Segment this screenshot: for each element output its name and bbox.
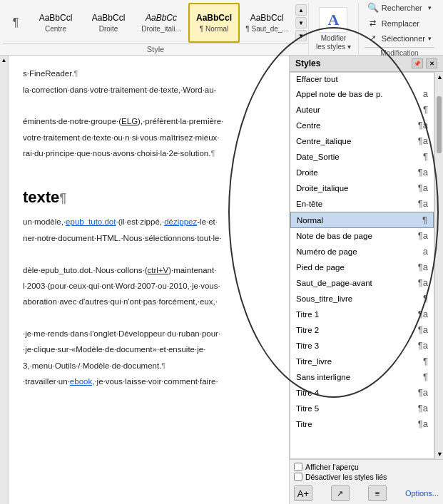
styles-list-item-titre_livre[interactable]: Titre_livre ¶ bbox=[290, 354, 434, 369]
document-content[interactable]: s·FineReader.¶ la·correction·dans·votre·… bbox=[9, 56, 290, 504]
styles-list-item-sous_titre[interactable]: Sous_titre_livre ¶ bbox=[290, 291, 434, 307]
styles-list-item-titre2[interactable]: Titre 2 ¶a bbox=[290, 322, 434, 338]
ribbon: ¶ AaBbCcl Centre AaBbCcl Droite AaBbCc D… bbox=[0, 0, 443, 56]
styles-list-item-auteur[interactable]: Auteur ¶ bbox=[290, 102, 434, 118]
style-marker-en_tete: ¶a bbox=[418, 198, 428, 209]
style-name-titre1: Titre 1 bbox=[296, 310, 415, 319]
styles-list-item-appel[interactable]: Appel note de bas de p. a bbox=[290, 86, 434, 102]
doc-line-3: éminents·de·notre·groupe·(ELG),·préfèren… bbox=[23, 115, 275, 128]
doc-line-5: rai·du·principe·que·nous·avons·choisi·la… bbox=[23, 147, 275, 160]
style-item-droite[interactable]: AaBbCcl Droite bbox=[83, 3, 134, 43]
scroll-down-arrow[interactable]: ▼ bbox=[295, 17, 307, 29]
style-name-note_bas: Note de bas de page bbox=[296, 232, 415, 240]
style-marker-titre5: ¶a bbox=[418, 403, 428, 413]
new-style-icon: A+ bbox=[297, 488, 309, 499]
style-name-centre: Centre bbox=[296, 121, 415, 130]
style-name-sous_titre: Sous_titre_livre bbox=[296, 294, 420, 303]
style-item-normal[interactable]: AaBbCcl ¶ Normal bbox=[188, 3, 240, 43]
styles-list-item-note_bas[interactable]: Note de bas de page ¶a bbox=[290, 228, 434, 244]
doc-line-14: aboration·avec·d'autres·qui·n'ont·pas·fo… bbox=[23, 295, 275, 308]
ribbon-styles-row: ¶ AaBbCcl Centre AaBbCcl Droite AaBbCc D… bbox=[3, 3, 308, 43]
style-label-droite: Droite bbox=[99, 25, 118, 33]
style-name-en_tete: En-tête bbox=[296, 200, 415, 208]
styles-list-item-titre5[interactable]: Titre 5 ¶a bbox=[290, 401, 434, 416]
style-marker-titre2: ¶a bbox=[418, 324, 428, 335]
style-label-droite-italique: Droite_itali... bbox=[141, 25, 181, 33]
desactiver-label: Désactiver les styles liés bbox=[305, 473, 387, 481]
remplacer-icon: ⇄ bbox=[367, 19, 379, 28]
styles-panel-scrollbar[interactable]: ▲ ▼ bbox=[434, 72, 443, 459]
style-label-centre: Centre bbox=[45, 25, 66, 33]
styles-list-item-effacer[interactable]: Effacer tout bbox=[290, 73, 434, 86]
style-preview-droite: AaBbCcl bbox=[85, 13, 132, 23]
style-name-titre5: Titre 5 bbox=[296, 404, 415, 413]
styles-list-item-sans_interl[interactable]: Sans interligne ¶ bbox=[290, 369, 434, 385]
doc-line-1: la·correction·dans·votre·traitement·de·t… bbox=[23, 83, 275, 96]
style-item-saut[interactable]: AaBbCcl ¶ Saut_de_... bbox=[241, 3, 292, 43]
ribbon-scroll-buttons: ▲ ▼ ▼ bbox=[294, 4, 308, 41]
styles-list-item-date_sortie[interactable]: Date_Sortie ¶ bbox=[290, 149, 434, 165]
scroll-up-btn[interactable]: ▲ bbox=[1, 56, 7, 65]
styles-list-item-centre[interactable]: Centre ¶a bbox=[290, 118, 434, 133]
scroll-expand-arrow[interactable]: ▼ bbox=[295, 30, 307, 41]
options-link[interactable]: Options... bbox=[405, 489, 439, 498]
styles-panel-controls: 📌 ✕ bbox=[412, 58, 437, 68]
inspector-button[interactable]: ↗ bbox=[331, 485, 350, 501]
footer-buttons: A+ ↗ ≡ Options... bbox=[294, 485, 439, 501]
doc-left-scroll[interactable]: ▲ bbox=[0, 56, 9, 504]
style-marker-saut_page: ¶a bbox=[418, 277, 428, 288]
style-marker-titre4: ¶a bbox=[418, 387, 428, 398]
styles-list-item-droite[interactable]: Droite ¶a bbox=[290, 165, 434, 180]
ribbon-modifier-section[interactable]: A Modifierles styles ▾ bbox=[308, 3, 358, 55]
styles-list-item-titre3[interactable]: Titre 3 ¶a bbox=[290, 338, 434, 354]
styles-panel-footer: Afficher l'aperçu Désactiver les styles … bbox=[290, 459, 443, 504]
style-name-date_sortie: Date_Sortie bbox=[296, 153, 420, 161]
styles-list-item-en_tete[interactable]: En-tête ¶a bbox=[290, 196, 434, 212]
styles-panel-title: Styles bbox=[295, 58, 320, 68]
doc-line-17: ·je·clique·sur·«Modèle·de·document»·et·e… bbox=[23, 343, 275, 356]
rechercher-button[interactable]: 🔍 Rechercher ▾ bbox=[365, 1, 434, 14]
scroll-top-btn[interactable]: ▲ bbox=[435, 72, 443, 82]
styles-list-item-pied_page[interactable]: Pied de page ¶a bbox=[290, 259, 434, 275]
styles-list-item-titre4[interactable]: Titre 4 ¶a bbox=[290, 385, 434, 401]
doc-line-16: ·je·me·rends·dans·l'onglet·Développeur·d… bbox=[23, 327, 275, 340]
scroll-bottom-btn[interactable]: ▼ bbox=[435, 449, 443, 459]
style-preview-normal: AaBbCcl bbox=[191, 13, 237, 23]
new-style-button[interactable]: A+ bbox=[294, 485, 312, 501]
style-name-effacer: Effacer tout bbox=[296, 75, 425, 83]
apercu-label: Afficher l'aperçu bbox=[305, 463, 359, 471]
doc-line-6 bbox=[23, 163, 275, 176]
styles-list-item-titre[interactable]: Titre ¶a bbox=[290, 416, 434, 432]
styles-list-item-titre1[interactable]: Titre 1 ¶a bbox=[290, 307, 434, 322]
selectionner-arrow: ▾ bbox=[428, 35, 432, 42]
apercu-checkbox[interactable] bbox=[294, 463, 302, 471]
apercu-checkbox-row[interactable]: Afficher l'aperçu bbox=[294, 463, 439, 471]
style-preview-droite-italique: AaBbCc bbox=[138, 13, 185, 23]
desactiver-checkbox-row[interactable]: Désactiver les styles liés bbox=[294, 473, 439, 481]
styles-list-item-droite_italique[interactable]: Droite_italique ¶a bbox=[290, 180, 434, 196]
styles-list-item-normal[interactable]: Normal ¶ bbox=[290, 212, 434, 228]
style-item-centre[interactable]: AaBbCcl Centre bbox=[30, 3, 81, 43]
styles-list-item-centre_italique[interactable]: Centre_italique ¶a bbox=[290, 133, 434, 149]
remplacer-button[interactable]: ⇄ Remplacer bbox=[365, 17, 434, 29]
styles-list-item-saut_page[interactable]: Saut_de_page-avant ¶a bbox=[290, 275, 434, 291]
style-marker-auteur: ¶ bbox=[423, 104, 428, 115]
ribbon-styles-section: ¶ AaBbCcl Centre AaBbCcl Droite AaBbCc D… bbox=[3, 3, 308, 55]
panel-close-button[interactable]: ✕ bbox=[426, 58, 437, 68]
paragraph-icon: ¶ bbox=[13, 16, 19, 29]
styles-list-item-numero_page[interactable]: Numéro de page a bbox=[290, 244, 434, 259]
panel-pin-button[interactable]: 📌 bbox=[412, 58, 423, 68]
doc-heading: texte¶ bbox=[23, 185, 275, 210]
styles-list: Effacer tout Appel note de bas de p. a A… bbox=[290, 72, 434, 459]
desactiver-checkbox[interactable] bbox=[294, 473, 302, 481]
doc-line-15 bbox=[23, 312, 275, 324]
scrollbar-thumb[interactable] bbox=[437, 96, 442, 153]
scroll-up-arrow[interactable]: ▲ bbox=[295, 4, 307, 16]
selectionner-icon: ↗ bbox=[367, 34, 379, 43]
style-item-para[interactable]: ¶ bbox=[3, 3, 29, 43]
style-item-droite-italique[interactable]: AaBbCc Droite_itali... bbox=[136, 3, 187, 43]
selectionner-button[interactable]: ↗ Sélectionner ▾ bbox=[365, 32, 434, 44]
style-name-sans_interl: Sans interligne bbox=[296, 373, 420, 381]
style-label-normal: ¶ Normal bbox=[200, 25, 228, 33]
manage-styles-button[interactable]: ≡ bbox=[368, 485, 387, 501]
